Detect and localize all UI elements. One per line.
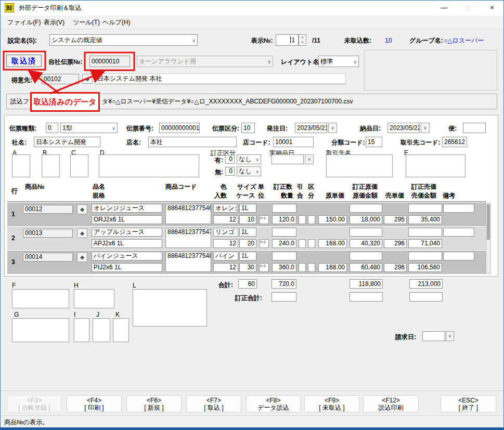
corr-cost-field[interactable] bbox=[350, 228, 382, 237]
field-j-box[interactable] bbox=[93, 318, 110, 342]
customer-lookup-button[interactable]: ◆ bbox=[82, 74, 93, 84]
cost-price-field[interactable]: 168.00 bbox=[318, 263, 347, 272]
delivery-date-field[interactable]: 2023/05/22 bbox=[387, 123, 420, 133]
note-field[interactable] bbox=[443, 228, 474, 237]
corr-sell-field[interactable] bbox=[408, 228, 442, 237]
table-scrollbar[interactable] bbox=[486, 203, 491, 274]
scrollbar-thumb[interactable] bbox=[487, 204, 490, 240]
corr-cost-field[interactable] bbox=[350, 204, 382, 213]
per-case-field[interactable]: 12 bbox=[213, 263, 238, 272]
correction-none-combo[interactable]: なし ∨ bbox=[237, 166, 261, 176]
field-i-box[interactable] bbox=[74, 318, 89, 342]
display-no-spinner[interactable]: ▲ ▼ bbox=[299, 34, 306, 46]
slip-type-combo[interactable]: 1型 ∨ bbox=[60, 123, 118, 133]
kubun-field[interactable] bbox=[308, 263, 315, 272]
field-g-box[interactable] bbox=[12, 318, 69, 342]
setting-name-combo[interactable]: システムの既定値 ∨ bbox=[49, 34, 198, 46]
item-code-field[interactable]: 8864812377548 bbox=[165, 252, 211, 272]
corr-total-qty-field[interactable] bbox=[272, 292, 296, 302]
color-field[interactable]: リンゴ bbox=[213, 228, 238, 237]
per-case-field[interactable]: 12 bbox=[213, 215, 238, 224]
menu-view[interactable]: 表示(V) bbox=[42, 18, 67, 27]
hiki-field[interactable] bbox=[299, 263, 306, 272]
item-spec-field[interactable]: ORJ2x6 1L bbox=[92, 215, 162, 224]
corr-total-sell-field[interactable] bbox=[409, 292, 443, 302]
item-name-field[interactable]: パインジュース bbox=[92, 252, 162, 260]
field-h-box[interactable] bbox=[74, 289, 114, 308]
customer-name-field[interactable]: 日本システム開発 本社 bbox=[95, 73, 346, 84]
cost-price-field[interactable]: 150.00 bbox=[318, 215, 347, 224]
menu-file[interactable]: ファイル(F) bbox=[5, 18, 43, 27]
billing-date-dropdown-button[interactable]: ∨ bbox=[446, 331, 454, 341]
item-spec-field[interactable]: PIJ2x6 1L bbox=[92, 263, 162, 272]
sell-amount-field[interactable]: 106,560 bbox=[408, 263, 442, 272]
note-field[interactable] bbox=[443, 252, 474, 260]
f4-print-button[interactable]: <F4> [ 印刷 ] bbox=[67, 395, 122, 412]
item-lookup-button[interactable]: ◆ bbox=[77, 204, 87, 214]
actual-delivery-field[interactable] bbox=[272, 154, 304, 164]
item-code-field[interactable]: 8864812377546 bbox=[165, 204, 211, 224]
item-no-field[interactable]: 00012 bbox=[23, 205, 73, 214]
item-code-field[interactable]: 8864812377547 bbox=[165, 228, 211, 248]
unit-field[interactable]: ｹｰｽ bbox=[259, 263, 269, 272]
slip-division-field[interactable]: 10 bbox=[241, 123, 255, 133]
corr-sell-field[interactable] bbox=[408, 252, 442, 260]
sell-amount-field[interactable]: 35,400 bbox=[408, 215, 442, 224]
cases-field[interactable]: 10 bbox=[239, 215, 256, 224]
item-spec-field[interactable]: APJ2x6 1L bbox=[92, 239, 162, 248]
close-button[interactable]: × bbox=[480, 0, 504, 16]
store-field[interactable]: 本社 bbox=[148, 137, 237, 147]
field-c-box[interactable] bbox=[70, 154, 88, 177]
company-field[interactable]: 日本システム開発 bbox=[34, 137, 100, 147]
bin-field[interactable] bbox=[463, 123, 486, 133]
correction-has-value-field[interactable]: 0 bbox=[225, 155, 235, 164]
spin-down-icon[interactable]: ▼ bbox=[299, 40, 306, 45]
order-date-field[interactable]: 2023/05/21 bbox=[295, 123, 327, 133]
f8-data-read-button[interactable]: <F8> データ読込 bbox=[246, 395, 301, 412]
vendor-code-field[interactable]: 265612 bbox=[442, 137, 467, 147]
corr-qty-field[interactable] bbox=[272, 228, 296, 237]
kubun-field[interactable] bbox=[308, 239, 315, 248]
qty-field[interactable]: 240.0 bbox=[272, 239, 296, 248]
correction-has-combo[interactable]: なし ∨ bbox=[237, 154, 261, 164]
field-d-box[interactable] bbox=[99, 154, 199, 177]
layout-combo[interactable]: 標準 ∨ bbox=[318, 56, 359, 67]
corr-sell-field[interactable] bbox=[408, 204, 442, 213]
corr-total-cost-field[interactable] bbox=[350, 292, 383, 302]
slip-type-code-field[interactable]: 0 bbox=[46, 123, 58, 133]
store-code-field[interactable]: 10001 bbox=[273, 137, 314, 147]
hiki-field[interactable] bbox=[299, 239, 306, 248]
esc-exit-button[interactable]: <ESC> [ 終了 ] bbox=[441, 395, 496, 412]
slip-number-field[interactable]: 00000000001 bbox=[159, 123, 200, 133]
own-slip-no-field[interactable]: 00000010 bbox=[89, 56, 130, 67]
sell-amount-field[interactable]: 71,040 bbox=[408, 239, 442, 248]
unit-field[interactable]: ｹｰｽ bbox=[259, 239, 269, 248]
size-field[interactable]: 1L bbox=[239, 252, 256, 260]
field-a-box[interactable] bbox=[12, 154, 30, 177]
kubun-field[interactable] bbox=[308, 215, 315, 224]
corr-qty-field[interactable] bbox=[272, 252, 296, 260]
qty-field[interactable]: 120.0 bbox=[272, 215, 296, 224]
sell-price-field[interactable]: 296 bbox=[384, 239, 407, 248]
item-lookup-button[interactable]: ◆ bbox=[77, 252, 87, 262]
actual-delivery-dropdown-button[interactable]: ∨ bbox=[305, 154, 314, 164]
class-code-field[interactable]: 15 bbox=[366, 137, 382, 147]
vendor-name-box[interactable] bbox=[326, 154, 393, 177]
size-field[interactable]: 1L bbox=[239, 204, 256, 213]
menu-help[interactable]: ヘルプ(H) bbox=[100, 18, 133, 27]
hiki-field[interactable] bbox=[299, 215, 306, 224]
sell-price-field[interactable]: 295 bbox=[384, 215, 407, 224]
note-field[interactable] bbox=[443, 204, 474, 213]
item-no-field[interactable]: 00013 bbox=[23, 229, 73, 238]
field-l-box[interactable] bbox=[133, 289, 207, 327]
delivery-date-dropdown-button[interactable]: ∨ bbox=[421, 123, 430, 133]
field-b-box[interactable] bbox=[42, 154, 60, 177]
cost-price-field[interactable]: 168.00 bbox=[318, 239, 347, 248]
billing-date-field[interactable] bbox=[422, 331, 445, 341]
customer-code-field[interactable]: 00102 bbox=[42, 74, 79, 84]
minimize-button[interactable]: — bbox=[432, 0, 456, 16]
cases-field[interactable]: 30 bbox=[239, 263, 256, 272]
order-date-dropdown-button[interactable]: ∨ bbox=[328, 123, 337, 133]
field-f-box[interactable] bbox=[12, 289, 69, 308]
qty-field[interactable]: 360.0 bbox=[272, 263, 296, 272]
